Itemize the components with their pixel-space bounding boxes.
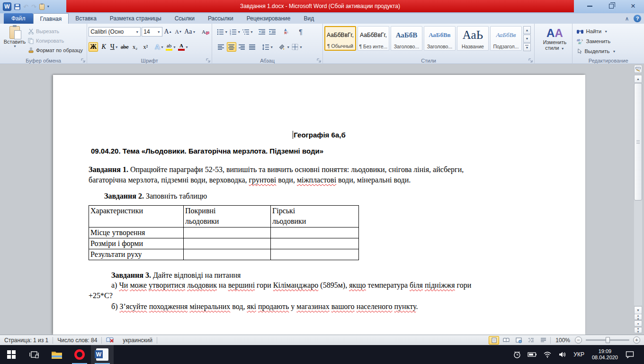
tab-file[interactable]: Файл [4, 13, 33, 24]
show-paragraph-marks-button[interactable]: ¶ [296, 27, 305, 36]
scroll-track[interactable] [634, 83, 642, 306]
table-cell[interactable]: Місце утворення [89, 228, 184, 238]
font-dialog-launcher[interactable] [206, 58, 211, 63]
style-heading2[interactable]: АаБбВв Заголово... [424, 26, 456, 51]
bold-button[interactable]: Ж [89, 42, 98, 52]
multilevel-list-button[interactable]: ▼ [242, 27, 254, 36]
subscript-button[interactable]: x₂ [130, 42, 140, 52]
close-button[interactable]: × [622, 0, 644, 12]
volume-icon[interactable] [556, 351, 569, 358]
tab-page-layout[interactable]: Разметка страницы [103, 13, 168, 24]
style-title[interactable]: АаЬ Название [457, 26, 489, 51]
clock[interactable]: 19:09 08.04.2020 [589, 348, 621, 361]
tab-insert[interactable]: Вставка [69, 13, 103, 24]
scroll-thumb[interactable] [634, 83, 642, 200]
ruler-toggle-button[interactable] [634, 65, 642, 73]
wifi-icon[interactable] [541, 351, 554, 358]
document-page[interactable]: Географія 6а,б 09.04.20. Тема «Льодовики… [53, 75, 585, 335]
vertical-scrollbar[interactable]: ▲ ▼ ▲▲ ● ▼▼ [634, 65, 642, 333]
line-spacing-button[interactable]: ▼ [261, 42, 274, 52]
clipboard-dialog-launcher[interactable] [81, 58, 86, 63]
shading-button[interactable]: ▼ [278, 42, 290, 52]
cut-button[interactable]: Вырезать [28, 27, 83, 36]
language-indicator[interactable]: украинский [118, 335, 157, 345]
zoom-slider-thumb[interactable] [606, 337, 610, 343]
zoom-in-button[interactable]: + [633, 337, 640, 344]
action-center-button[interactable] [624, 351, 636, 358]
proofing-status[interactable] [102, 335, 118, 345]
change-case-button[interactable]: Аа▼ [184, 27, 197, 36]
style-heading1[interactable]: АаБбВ Заголово... [391, 26, 422, 51]
paste-button[interactable]: Вставить ▼ [1, 25, 28, 55]
tab-view[interactable]: Вид [297, 13, 321, 24]
sort-button[interactable]: АЯ ↓ [282, 27, 291, 36]
font-size-combo[interactable]: 14 ▼ [142, 27, 162, 36]
zoom-out-button[interactable]: − [575, 337, 582, 344]
text-effects-button[interactable]: А▼ [154, 42, 164, 52]
table-cell[interactable] [184, 249, 271, 260]
scroll-up-button[interactable]: ▲ [634, 75, 642, 83]
change-styles-button[interactable]: АА Изменить стили ▼ [536, 25, 573, 51]
align-left-button[interactable] [216, 42, 226, 52]
help-icon[interactable]: ? [634, 15, 641, 22]
paste-qat-icon[interactable] [39, 4, 45, 10]
italic-button[interactable]: К [99, 42, 108, 52]
highlight-button[interactable]: ab ▼ [165, 42, 177, 52]
print-layout-view-button[interactable] [489, 336, 499, 345]
table-cell[interactable] [271, 238, 359, 249]
undo-icon[interactable]: ↶ [23, 4, 28, 10]
borders-button[interactable]: ▼ [291, 42, 303, 52]
justify-button[interactable] [248, 42, 257, 52]
language-switcher[interactable]: УКР [572, 351, 586, 358]
collapse-ribbon-icon[interactable]: ∧ [625, 16, 629, 22]
align-right-button[interactable] [237, 42, 247, 52]
opera-taskbar-button[interactable] [68, 345, 91, 364]
save-icon[interactable] [14, 4, 20, 10]
find-button[interactable]: Найти ▼ [577, 27, 640, 36]
customize-qat-icon[interactable]: ▾ [47, 5, 49, 9]
underline-button[interactable]: Ч▼ [109, 42, 119, 52]
copy-button[interactable]: Копировать [28, 36, 83, 45]
clear-formatting-button[interactable]: Аа [201, 27, 210, 36]
table-cell[interactable] [271, 249, 359, 260]
tab-mailings[interactable]: Рассылки [201, 13, 240, 24]
browse-object-button[interactable]: ● [634, 320, 642, 327]
tab-references[interactable]: Ссылки [168, 13, 201, 24]
font-name-combo[interactable]: Calibri (Осно ▼ [89, 27, 141, 36]
scroll-down-button[interactable]: ▼ [634, 306, 642, 314]
font-color-button[interactable]: А ▼ [178, 42, 189, 52]
table-header-cell[interactable]: Характеристики [89, 206, 184, 228]
tab-home[interactable]: Главная [33, 13, 69, 24]
paragraph-dialog-launcher[interactable] [317, 58, 322, 63]
decrease-indent-button[interactable] [257, 27, 267, 36]
page-indicator[interactable]: Страница: 1 из 1 [0, 335, 53, 345]
word-taskbar-button[interactable]: W [91, 345, 114, 364]
word-app-icon[interactable]: W [3, 2, 11, 11]
table-header-cell[interactable]: Гірські льодовики [271, 206, 359, 228]
table-cell[interactable] [184, 238, 271, 249]
restore-button[interactable] [600, 0, 622, 12]
start-button[interactable] [0, 345, 23, 364]
style-normal[interactable]: АаБбВвГг, ¶ Обычный [324, 26, 356, 51]
minimize-button[interactable] [579, 0, 600, 12]
superscript-button[interactable]: x² [141, 42, 150, 52]
styles-dialog-launcher[interactable] [528, 58, 533, 63]
table-cell[interactable]: Результати руху [89, 249, 184, 260]
web-layout-view-button[interactable] [513, 336, 524, 345]
task-view-button[interactable] [23, 345, 45, 364]
table-cell[interactable] [184, 228, 271, 238]
styles-scroll-down[interactable]: ▼ [523, 35, 531, 43]
next-page-button[interactable]: ▼▼ [634, 327, 642, 333]
fullscreen-reading-view-button[interactable] [501, 336, 511, 345]
style-subtitle[interactable]: АаБбВв Подзагол... [490, 26, 522, 51]
align-center-button[interactable] [227, 42, 236, 52]
table-cell[interactable]: Розміри і форми [89, 238, 184, 249]
file-explorer-button[interactable] [45, 345, 68, 364]
outline-view-button[interactable] [526, 336, 536, 345]
format-painter-button[interactable]: Формат по образцу [28, 46, 83, 55]
strikethrough-button[interactable]: abe [120, 42, 129, 52]
select-button[interactable]: Выделить ▼ [577, 47, 640, 55]
tab-review[interactable]: Рецензирование [240, 13, 297, 24]
increase-indent-button[interactable] [268, 27, 277, 36]
bullets-button[interactable]: ▼ [216, 27, 228, 36]
